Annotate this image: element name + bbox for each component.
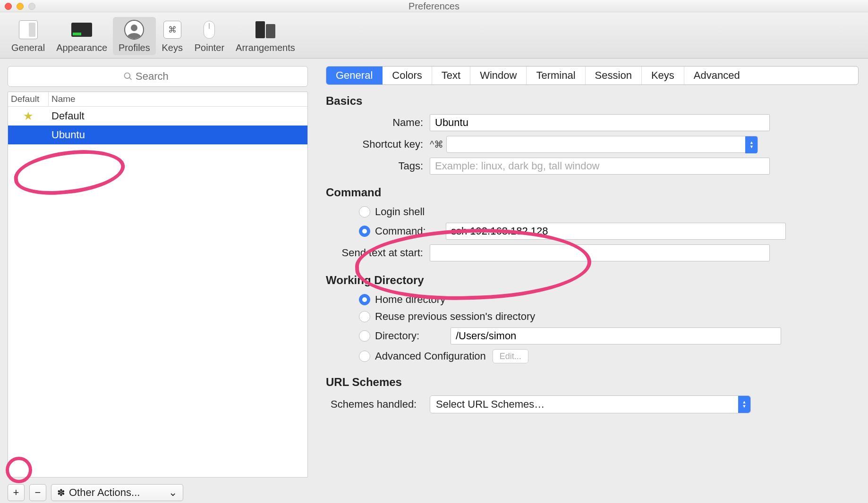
command-radio[interactable] bbox=[359, 226, 370, 237]
profiles-sidebar: Default Name ★ Default Ubuntu + − ✽ bbox=[0, 59, 312, 502]
profile-settings: General Colors Text Window Terminal Sess… bbox=[312, 59, 868, 502]
close-window-button[interactable] bbox=[5, 3, 12, 10]
window-title: Preferences bbox=[0, 0, 868, 12]
directory-radio[interactable] bbox=[359, 330, 370, 342]
name-label: Name: bbox=[326, 117, 430, 129]
zoom-window-button[interactable] bbox=[28, 3, 35, 10]
stepper-icon bbox=[745, 136, 757, 153]
url-schemes-select[interactable]: Select URL Schemes… bbox=[430, 395, 751, 413]
login-shell-radio[interactable] bbox=[359, 206, 370, 218]
other-actions-dropdown[interactable]: ✽ Other Actions... ⌄ bbox=[51, 484, 183, 501]
remove-profile-button[interactable]: − bbox=[29, 484, 46, 501]
url-schemes-label: Schemes handled: bbox=[326, 398, 430, 411]
minimize-window-button[interactable] bbox=[17, 3, 24, 10]
appearance-icon bbox=[71, 19, 93, 41]
toolbar: General Appearance Profiles ⌘ Keys Point… bbox=[0, 12, 868, 59]
profile-row-default[interactable]: ★ Default bbox=[8, 107, 307, 126]
chevron-down-icon: ⌄ bbox=[169, 486, 177, 499]
other-actions-label: Other Actions... bbox=[69, 486, 140, 499]
tab-terminal[interactable]: Terminal bbox=[527, 67, 585, 84]
edit-button[interactable]: Edit... bbox=[493, 349, 528, 363]
add-profile-button[interactable]: + bbox=[8, 484, 25, 501]
tab-window[interactable]: Window bbox=[470, 67, 527, 84]
profile-list: Default Name ★ Default Ubuntu bbox=[8, 92, 308, 478]
url-heading: URL Schemes bbox=[326, 376, 859, 389]
name-input[interactable] bbox=[430, 114, 770, 131]
col-default[interactable]: Default bbox=[8, 92, 49, 106]
profile-list-header: Default Name bbox=[8, 92, 307, 107]
basics-heading: Basics bbox=[326, 94, 859, 108]
profile-name: Default bbox=[49, 110, 307, 122]
toolbar-arrangements[interactable]: Arrangements bbox=[230, 17, 301, 55]
search-icon bbox=[123, 72, 133, 81]
shortcut-label: Shortcut key: bbox=[326, 138, 430, 151]
search-input[interactable] bbox=[136, 70, 192, 83]
directory-label: Directory: bbox=[375, 330, 451, 342]
profile-icon bbox=[123, 19, 145, 41]
shortcut-select[interactable] bbox=[446, 136, 758, 153]
tab-general[interactable]: General bbox=[326, 67, 383, 84]
tab-colors[interactable]: Colors bbox=[383, 67, 432, 84]
shortcut-symbols: ^⌘ bbox=[430, 139, 443, 150]
switch-icon bbox=[17, 19, 39, 41]
arrangements-icon bbox=[255, 19, 276, 41]
chevron-down-icon bbox=[738, 396, 750, 413]
star-icon: ★ bbox=[23, 109, 34, 123]
profile-tabs: General Colors Text Window Terminal Sess… bbox=[326, 66, 859, 85]
command-label: Command: bbox=[375, 225, 446, 237]
toolbar-general[interactable]: General bbox=[6, 17, 51, 55]
home-directory-radio[interactable] bbox=[359, 294, 370, 305]
toolbar-profiles[interactable]: Profiles bbox=[113, 17, 156, 55]
gear-icon: ✽ bbox=[57, 487, 65, 498]
directory-input[interactable] bbox=[451, 327, 781, 344]
keys-icon: ⌘ bbox=[162, 19, 183, 41]
profile-row-ubuntu[interactable]: Ubuntu bbox=[8, 126, 307, 144]
tab-session[interactable]: Session bbox=[586, 67, 642, 84]
tab-keys[interactable]: Keys bbox=[642, 67, 684, 84]
toolbar-appearance[interactable]: Appearance bbox=[51, 17, 113, 55]
search-field[interactable] bbox=[8, 66, 308, 87]
url-schemes-value: Select URL Schemes… bbox=[436, 398, 545, 411]
profile-actions: + − ✽ Other Actions... ⌄ bbox=[8, 483, 308, 502]
tab-advanced[interactable]: Advanced bbox=[684, 67, 749, 84]
advanced-config-label: Advanced Configuration bbox=[375, 350, 486, 362]
col-name[interactable]: Name bbox=[49, 92, 307, 106]
command-input[interactable] bbox=[446, 223, 786, 240]
tab-text[interactable]: Text bbox=[432, 67, 470, 84]
home-directory-label: Home directory bbox=[375, 293, 445, 306]
toolbar-pointer[interactable]: Pointer bbox=[189, 17, 230, 55]
toolbar-keys[interactable]: ⌘ Keys bbox=[156, 17, 189, 55]
advanced-config-radio[interactable] bbox=[359, 351, 370, 362]
wd-heading: Working Directory bbox=[326, 274, 859, 287]
send-text-label: Send text at start: bbox=[326, 247, 430, 259]
tags-input[interactable] bbox=[430, 158, 770, 175]
window-controls bbox=[5, 3, 35, 10]
titlebar: Preferences bbox=[0, 0, 868, 12]
profile-name: Ubuntu bbox=[49, 129, 307, 141]
login-shell-label: Login shell bbox=[375, 206, 425, 218]
tags-label: Tags: bbox=[326, 160, 430, 172]
pointer-icon bbox=[198, 19, 220, 41]
reuse-session-radio[interactable] bbox=[359, 311, 370, 322]
command-heading: Command bbox=[326, 186, 859, 199]
reuse-session-label: Reuse previous session's directory bbox=[375, 310, 535, 323]
send-text-input[interactable] bbox=[430, 244, 770, 261]
